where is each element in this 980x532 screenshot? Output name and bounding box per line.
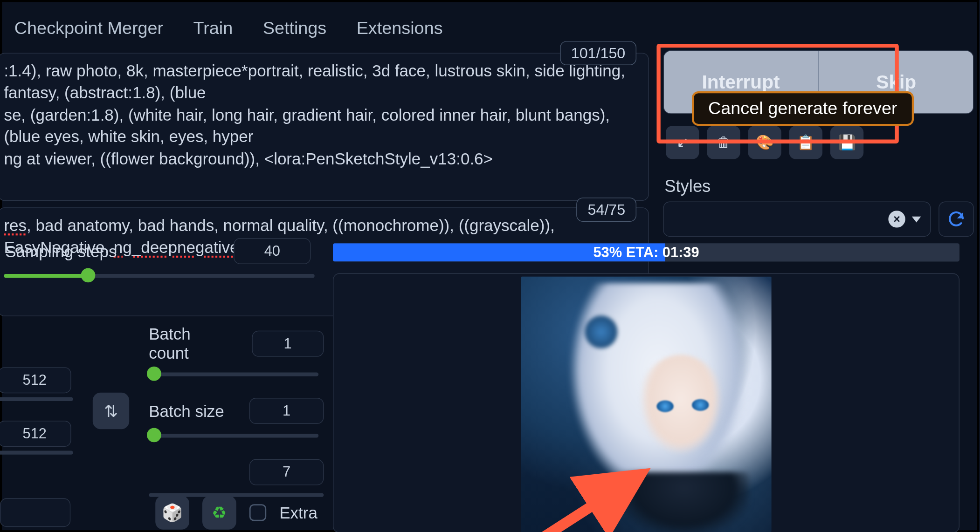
prompt-text-line: ng at viewer, ((flower background)), <lo…: [4, 148, 637, 170]
dice-icon: 🎲: [162, 503, 183, 523]
height-input[interactable]: 512: [0, 421, 71, 447]
batch-size-slider[interactable]: [149, 428, 318, 441]
prompt-textarea[interactable]: 101/150 :1.4), raw photo, 8k, masterpiec…: [0, 53, 649, 200]
batch-count-input[interactable]: 1: [252, 331, 324, 357]
sampling-steps-label: Sampling steps: [5, 242, 117, 261]
image-preview-panel: [333, 273, 959, 532]
progress-bar: 53% ETA: 01:39: [333, 243, 959, 261]
prompt-text-line: se, (garden:1.8), (white hair, long hair…: [4, 104, 637, 148]
extra-networks-icon[interactable]: 🎨: [748, 126, 781, 159]
reuse-seed-button[interactable]: ♻: [202, 496, 236, 530]
height-slider[interactable]: [0, 450, 73, 454]
save-style-icon[interactable]: 💾: [830, 126, 863, 159]
extra-checkbox[interactable]: [249, 504, 266, 521]
negative-prompt-text-fragment: res: [4, 216, 27, 234]
styles-refresh-button[interactable]: [939, 202, 974, 237]
swap-icon: ⇅: [104, 401, 118, 421]
prompt-text-line: :1.4), raw photo, 8k, masterpiece*portra…: [4, 60, 637, 104]
chevron-down-icon: [912, 216, 921, 222]
styles-label: Styles: [664, 176, 974, 196]
width-input[interactable]: 512: [0, 367, 71, 393]
batch-count-slider[interactable]: [149, 367, 318, 380]
progress-text: 53% ETA: 01:39: [333, 243, 959, 261]
swap-dimensions-button[interactable]: ⇅: [93, 393, 129, 429]
sampling-steps-slider[interactable]: [4, 268, 314, 281]
cfg-scale-input[interactable]: 7: [249, 459, 324, 485]
cancel-generate-forever-menu-item[interactable]: Cancel generate forever: [692, 91, 914, 126]
batch-size-input[interactable]: 1: [249, 398, 324, 424]
recycle-icon: ♻: [212, 503, 227, 523]
batch-size-label: Batch size: [149, 402, 224, 421]
negative-prompt-token-counter: 54/75: [577, 198, 636, 222]
preview-image[interactable]: [521, 277, 772, 532]
seed-input[interactable]: [0, 498, 70, 527]
paste-icon[interactable]: 📋: [789, 126, 822, 159]
styles-dropdown[interactable]: ×: [663, 202, 931, 237]
width-slider[interactable]: [0, 397, 73, 401]
prompt-token-counter: 101/150: [560, 41, 636, 65]
sampling-steps-input[interactable]: 40: [234, 238, 311, 264]
action-icon-row: ↙ 🗑 🎨 📋 💾: [666, 126, 974, 159]
batch-count-label: Batch count: [149, 325, 232, 362]
extra-checkbox-label: Extra: [279, 503, 317, 522]
styles-clear-icon[interactable]: ×: [888, 211, 905, 227]
read-params-icon[interactable]: ↙: [666, 126, 699, 159]
refresh-icon: [946, 209, 966, 229]
random-seed-button[interactable]: 🎲: [155, 496, 189, 530]
clear-prompt-icon[interactable]: 🗑: [707, 126, 740, 159]
